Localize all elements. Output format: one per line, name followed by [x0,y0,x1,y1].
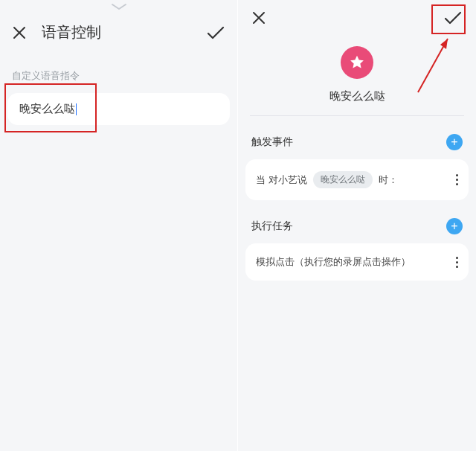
trigger-suffix: 时： [379,173,398,187]
right-header [244,0,470,33]
section-subtitle: 自定义语音指令 [6,53,231,93]
chevron-down-icon[interactable] [111,3,127,10]
scene-title: 晚安么么哒 [250,89,464,116]
task-label: 执行任务 [251,220,293,233]
close-icon[interactable] [251,10,266,25]
command-input[interactable]: 晚安么么哒 [19,102,77,115]
confirm-button[interactable] [443,10,463,25]
confirm-button[interactable] [206,25,225,40]
add-task-button[interactable]: + [446,218,463,234]
task-text: 模拟点击（执行您的录屏点击操作） [256,255,411,269]
trigger-label: 触发事件 [251,135,293,149]
page-title: 语音控制 [42,22,101,42]
more-vertical-icon[interactable] [456,257,458,268]
task-section-header: 执行任务 + [244,200,470,240]
trigger-prefix: 当 对小艺说 [256,173,307,187]
command-input-wrap[interactable]: 晚安么么哒 [7,93,230,125]
trigger-row[interactable]: 当 对小艺说 晚安么么哒 时： [245,159,469,200]
task-row[interactable]: 模拟点击（执行您的录屏点击操作） [245,243,469,281]
voice-control-screen: 语音控制 自定义语音指令 晚安么么哒 [0,0,238,451]
scene-detail-screen: 晚安么么哒 触发事件 + 当 对小艺说 晚安么么哒 时： 执行任务 + 模拟点击… [238,0,476,451]
star-icon [341,46,373,79]
close-icon[interactable] [12,25,27,40]
trigger-section-header: 触发事件 + [244,116,470,156]
more-vertical-icon[interactable] [456,174,458,185]
add-trigger-button[interactable]: + [446,134,463,150]
left-header: 语音控制 [6,7,231,53]
trigger-chip: 晚安么么哒 [313,171,373,188]
